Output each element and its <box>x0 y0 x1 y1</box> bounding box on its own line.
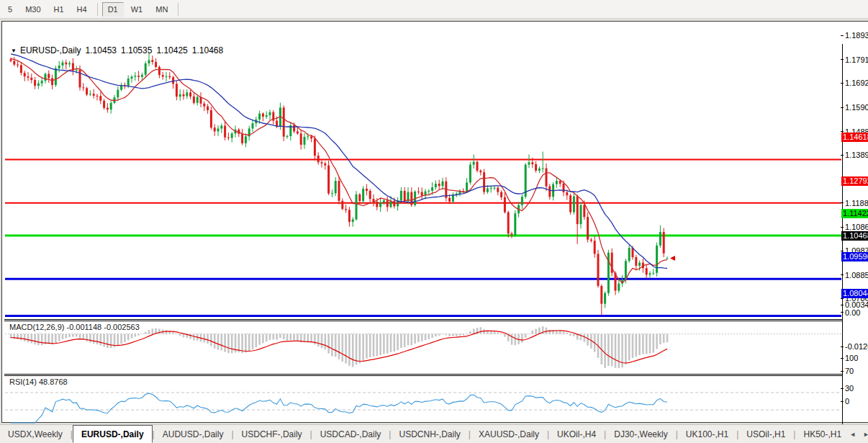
rsi-line <box>11 393 667 423</box>
tab-hk50-h1[interactable]: HK50-,H1 <box>795 425 849 443</box>
timeframe-toolbar: 5M30H1H4D1W1MN <box>0 0 868 19</box>
tab-usdcad-daily[interactable]: USDCAD-,Daily <box>312 425 389 443</box>
timeframe-h1[interactable]: H1 <box>48 2 70 17</box>
macd-panel[interactable] <box>5 321 841 374</box>
price-badge-1.10468: 1.10468 <box>841 231 868 241</box>
rsi-axis-100: 100 <box>841 354 858 362</box>
timeframe-h4[interactable]: H4 <box>71 2 93 17</box>
price-tick-1.17910: 1.17910 <box>841 55 868 64</box>
rsi-axis-0: 0 <box>841 397 849 406</box>
price-badge-1.14618: 1.14618 <box>841 133 868 142</box>
rsi-axis-30: 30 <box>841 384 854 393</box>
tab-usdx-weekly[interactable]: USDX,Weekly <box>0 425 71 443</box>
price-badge-1.08044: 1.08044 <box>841 289 868 298</box>
tab-eurusd-daily[interactable]: EURUSD-,Daily <box>73 425 153 443</box>
tab-usdcnh-daily[interactable]: USDCNH-,Daily <box>391 425 468 443</box>
price-tick-1.08850: 1.08850 <box>841 271 868 279</box>
panel-divider[interactable] <box>4 319 842 320</box>
timeframe-m5[interactable]: 5 <box>2 2 18 17</box>
price-chart-panel[interactable] <box>5 44 841 319</box>
price-tick-1.16920: 1.16920 <box>841 79 868 87</box>
price-tick-1.10860: 1.10860 <box>841 223 868 231</box>
tab-usdchf-daily[interactable]: USDCHF-,Daily <box>234 425 310 443</box>
current-price-arrow-icon <box>670 256 675 261</box>
tab-uk100-h1[interactable]: UK100-,H1 <box>678 425 736 443</box>
price-tick-1.15900: 1.15900 <box>841 103 868 112</box>
tab-usoil-h1[interactable]: USOil-,H1 <box>738 425 793 443</box>
price-badge-1.11422: 1.11422 <box>841 209 868 218</box>
tab-xauusd-daily[interactable]: XAUUSD-,Daily <box>471 425 547 443</box>
tab-scroll-arrows: ◄► <box>849 425 868 443</box>
chart-window[interactable]: ▼EURUSD-,Daily1.104531.105351.104251.104… <box>1 21 868 423</box>
timeframe-w1[interactable]: W1 <box>125 2 149 17</box>
price-badge-1.09596: 1.09596 <box>841 252 868 261</box>
macd-axis-min: -0.01205 <box>841 342 868 351</box>
chart-tab-bar: USDX,Weekly|EURUSD-,Daily|AUDUSD-,Daily|… <box>0 424 868 443</box>
panel-divider[interactable] <box>4 374 842 375</box>
price-axis: 1.189301.179101.169201.159001.148801.138… <box>841 21 868 410</box>
macd-axis-zero: 0.00 <box>841 308 860 317</box>
tab-scroll-right-icon[interactable]: ► <box>863 431 868 438</box>
price-tick-1.18930: 1.18930 <box>841 31 868 40</box>
fast-ma-line <box>11 58 667 282</box>
price-badge-1.12792: 1.12792 <box>841 176 868 186</box>
price-tick-1.13890: 1.13890 <box>841 151 868 159</box>
tab-ukoil-h4[interactable]: UKOil-,H4 <box>549 425 604 443</box>
toolbar-separator <box>97 3 98 16</box>
tab-scroll-left-icon[interactable]: ◄ <box>849 431 856 438</box>
rsi-axis-70: 70 <box>841 367 854 375</box>
rsi-panel[interactable] <box>5 375 841 429</box>
tab-audusd-daily[interactable]: AUDUSD-,Daily <box>155 425 232 443</box>
timeframe-mn[interactable]: MN <box>150 2 173 17</box>
price-tick-1.11880: 1.11880 <box>841 199 868 207</box>
timeframe-d1[interactable]: D1 <box>102 2 124 17</box>
timeframe-m30[interactable]: M30 <box>19 2 46 17</box>
tab-dj30-weekly[interactable]: DJ30-,Weekly <box>606 425 675 443</box>
toolbar-separator <box>178 3 178 16</box>
